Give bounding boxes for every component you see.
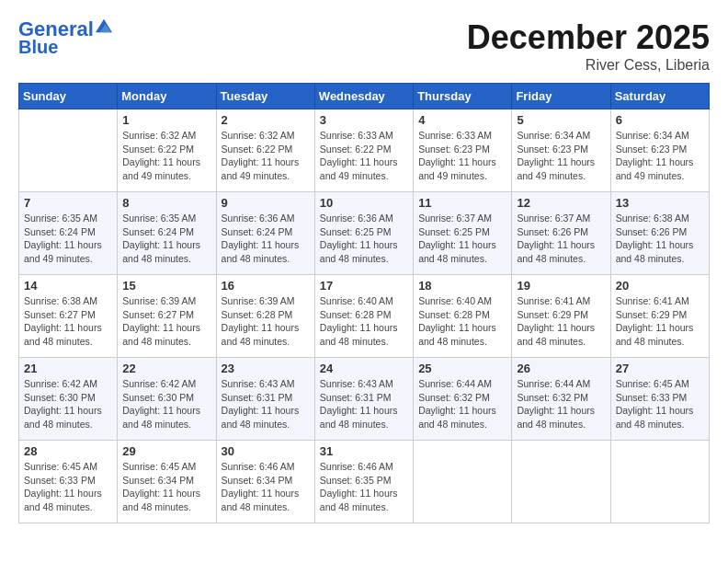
sunrise-text: Sunrise: 6:46 AM [320,460,408,474]
sunset-text: Sunset: 6:34 PM [222,474,310,488]
header-day-monday: Monday [118,84,216,109]
sunset-text: Sunset: 6:24 PM [222,225,310,239]
day-number: 1 [122,113,210,127]
day-info: Sunrise: 6:34 AMSunset: 6:23 PMDaylight:… [517,129,605,183]
daylight-text: Daylight: 11 hours and 48 minutes. [517,404,605,431]
sunset-text: Sunset: 6:27 PM [122,308,210,322]
day-number: 10 [320,196,408,210]
calendar-cell: 20Sunrise: 6:41 AMSunset: 6:29 PMDayligh… [610,275,709,358]
day-info: Sunrise: 6:43 AMSunset: 6:31 PMDaylight:… [222,377,310,431]
sunrise-text: Sunrise: 6:38 AM [24,294,112,308]
day-number: 25 [418,362,506,375]
sunrise-text: Sunrise: 6:43 AM [320,377,408,391]
sunrise-text: Sunrise: 6:36 AM [222,212,310,225]
sunset-text: Sunset: 6:22 PM [222,143,310,156]
daylight-text: Daylight: 11 hours and 48 minutes. [418,404,506,431]
day-number: 31 [320,444,408,458]
sunset-text: Sunset: 6:32 PM [418,391,506,405]
daylight-text: Daylight: 11 hours and 48 minutes. [517,321,605,348]
daylight-text: Daylight: 11 hours and 48 minutes. [517,238,605,265]
day-number: 18 [418,279,506,293]
calendar-cell: 27Sunrise: 6:45 AMSunset: 6:33 PMDayligh… [610,358,709,441]
calendar-cell: 2Sunrise: 6:32 AMSunset: 6:22 PMDaylight… [216,109,314,192]
calendar-cell: 10Sunrise: 6:36 AMSunset: 6:25 PMDayligh… [314,192,413,275]
sunrise-text: Sunrise: 6:40 AM [418,294,506,308]
sunset-text: Sunset: 6:24 PM [24,225,112,239]
calendar-cell [512,441,610,523]
calendar-cell: 23Sunrise: 6:43 AMSunset: 6:31 PMDayligh… [216,358,314,441]
day-number: 19 [517,279,605,293]
daylight-text: Daylight: 11 hours and 49 minutes. [24,238,112,265]
sunset-text: Sunset: 6:22 PM [320,143,408,156]
day-number: 30 [222,444,310,458]
day-number: 6 [616,113,704,127]
day-info: Sunrise: 6:35 AMSunset: 6:24 PMDaylight:… [122,212,210,266]
sunrise-text: Sunrise: 6:44 AM [418,377,506,391]
calendar-cell: 4Sunrise: 6:33 AMSunset: 6:23 PMDaylight… [414,109,512,192]
calendar-cell: 28Sunrise: 6:45 AMSunset: 6:33 PMDayligh… [19,441,118,523]
calendar-cell: 25Sunrise: 6:44 AMSunset: 6:32 PMDayligh… [414,358,512,441]
sunset-text: Sunset: 6:24 PM [122,225,210,239]
calendar-cell [610,441,709,523]
day-number: 20 [616,279,704,293]
sunrise-text: Sunrise: 6:36 AM [320,212,408,225]
daylight-text: Daylight: 11 hours and 48 minutes. [320,487,408,513]
daylight-text: Daylight: 11 hours and 49 minutes. [517,155,605,182]
daylight-text: Daylight: 11 hours and 48 minutes. [418,238,506,265]
day-number: 21 [24,362,112,375]
day-info: Sunrise: 6:43 AMSunset: 6:31 PMDaylight:… [320,377,408,431]
day-info: Sunrise: 6:45 AMSunset: 6:34 PMDaylight:… [122,460,210,514]
sunrise-text: Sunrise: 6:45 AM [24,460,112,474]
calendar-cell: 30Sunrise: 6:46 AMSunset: 6:34 PMDayligh… [216,441,314,523]
calendar-cell: 7Sunrise: 6:35 AMSunset: 6:24 PMDaylight… [19,192,118,275]
daylight-text: Daylight: 11 hours and 48 minutes. [122,321,210,348]
daylight-text: Daylight: 11 hours and 48 minutes. [616,321,704,348]
daylight-text: Daylight: 11 hours and 49 minutes. [222,155,310,182]
calendar-cell: 31Sunrise: 6:46 AMSunset: 6:35 PMDayligh… [314,441,413,523]
day-info: Sunrise: 6:33 AMSunset: 6:23 PMDaylight:… [418,129,506,183]
sunset-text: Sunset: 6:28 PM [418,308,506,322]
daylight-text: Daylight: 11 hours and 48 minutes. [616,404,704,431]
header-day-friday: Friday [512,84,610,109]
header-day-tuesday: Tuesday [216,84,314,109]
calendar-cell: 18Sunrise: 6:40 AMSunset: 6:28 PMDayligh… [414,275,512,358]
sunrise-text: Sunrise: 6:45 AM [122,460,210,474]
sunset-text: Sunset: 6:31 PM [222,391,310,405]
day-number: 17 [320,279,408,293]
day-number: 8 [122,196,210,210]
sunrise-text: Sunrise: 6:33 AM [418,129,506,143]
calendar-cell: 19Sunrise: 6:41 AMSunset: 6:29 PMDayligh… [512,275,610,358]
day-info: Sunrise: 6:38 AMSunset: 6:27 PMDaylight:… [24,294,112,349]
daylight-text: Daylight: 11 hours and 49 minutes. [122,155,210,182]
page-header: General Blue December 2025 River Cess, L… [18,18,710,74]
daylight-text: Daylight: 11 hours and 49 minutes. [418,155,506,182]
week-row-1: 1Sunrise: 6:32 AMSunset: 6:22 PMDaylight… [19,109,710,192]
daylight-text: Daylight: 11 hours and 49 minutes. [616,155,704,182]
sunrise-text: Sunrise: 6:43 AM [222,377,310,391]
sunrise-text: Sunrise: 6:37 AM [418,212,506,225]
day-number: 3 [320,113,408,127]
calendar-cell: 26Sunrise: 6:44 AMSunset: 6:32 PMDayligh… [512,358,610,441]
sunrise-text: Sunrise: 6:37 AM [517,212,605,225]
calendar-cell: 15Sunrise: 6:39 AMSunset: 6:27 PMDayligh… [118,275,216,358]
day-info: Sunrise: 6:34 AMSunset: 6:23 PMDaylight:… [616,129,704,183]
day-number: 16 [222,279,310,293]
day-info: Sunrise: 6:40 AMSunset: 6:28 PMDaylight:… [418,294,506,349]
day-info: Sunrise: 6:36 AMSunset: 6:25 PMDaylight:… [320,212,408,266]
sunrise-text: Sunrise: 6:38 AM [616,212,704,225]
day-number: 27 [616,362,704,375]
calendar-cell: 14Sunrise: 6:38 AMSunset: 6:27 PMDayligh… [19,275,118,358]
sunset-text: Sunset: 6:30 PM [24,391,112,405]
sunrise-text: Sunrise: 6:33 AM [320,129,408,143]
calendar-cell: 8Sunrise: 6:35 AMSunset: 6:24 PMDaylight… [118,192,216,275]
daylight-text: Daylight: 11 hours and 48 minutes. [320,321,408,348]
calendar-cell: 12Sunrise: 6:37 AMSunset: 6:26 PMDayligh… [512,192,610,275]
daylight-text: Daylight: 11 hours and 48 minutes. [122,487,210,513]
daylight-text: Daylight: 11 hours and 49 minutes. [320,155,408,182]
day-info: Sunrise: 6:46 AMSunset: 6:34 PMDaylight:… [222,460,310,514]
daylight-text: Daylight: 11 hours and 48 minutes. [222,238,310,265]
calendar-cell: 5Sunrise: 6:34 AMSunset: 6:23 PMDaylight… [512,109,610,192]
daylight-text: Daylight: 11 hours and 48 minutes. [24,404,112,431]
daylight-text: Daylight: 11 hours and 48 minutes. [122,404,210,431]
calendar-cell: 29Sunrise: 6:45 AMSunset: 6:34 PMDayligh… [118,441,216,523]
